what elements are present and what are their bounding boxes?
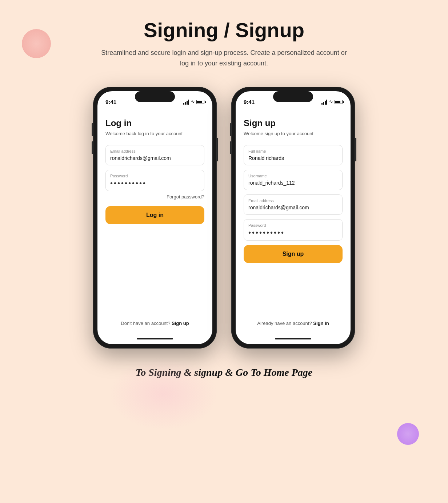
signup-password-label: Password [248, 223, 338, 228]
wifi-icon-login: ∿ [191, 99, 195, 104]
login-heading: Log in [105, 118, 204, 128]
signup-fullname-value: Ronald richards [248, 155, 284, 161]
battery-icon-login [196, 100, 204, 104]
signup-heading: Sign up [244, 118, 343, 128]
signup-fullname-label: Full name [248, 149, 338, 153]
status-icons-signup: ∿ [321, 100, 343, 105]
wifi-icon-signup: ∿ [329, 99, 333, 104]
login-button[interactable]: Log in [105, 206, 204, 224]
signup-email-field[interactable]: Email address ronaldrichards@gmail.com [244, 194, 343, 215]
signup-username-field[interactable]: Username ronald_richards_112 [244, 170, 343, 190]
signal-icon-login [183, 100, 189, 105]
signup-fullname-field[interactable]: Full name Ronald richards [244, 145, 343, 165]
signup-button[interactable]: Sign up [244, 245, 343, 263]
login-bottom-link: Don't have an account? Sign up [105, 321, 204, 326]
signal-icon-signup [321, 100, 328, 105]
status-icons-login: ∿ [183, 100, 205, 105]
status-time-signup: 9:41 [244, 99, 255, 105]
status-time-login: 9:41 [105, 99, 116, 105]
battery-icon-signup [335, 100, 343, 104]
login-screen: 9:41 ∿ Log in Welcome back log in to you… [97, 91, 212, 344]
bottom-caption: To Signing & signup & Go To Home Page [136, 367, 312, 378]
dynamic-island-signup [273, 91, 313, 102]
forgot-password-link[interactable]: Forgot password? [105, 194, 204, 200]
home-indicator-signup [236, 333, 351, 344]
signup-email-label: Email address [248, 198, 338, 203]
signup-password-field[interactable]: Password •••••••••• [244, 219, 343, 241]
page-title: Signing / Signup [144, 18, 304, 42]
login-phone: 9:41 ∿ Log in Welcome back log in to you… [93, 87, 217, 349]
login-password-label: Password [110, 174, 200, 178]
signup-content: Sign up Welcome sign up to your account … [236, 111, 351, 333]
phones-container: 9:41 ∿ Log in Welcome back log in to you… [93, 87, 355, 349]
decoration-blob-bottom-right [397, 423, 419, 445]
decoration-blob-top-left [22, 29, 51, 58]
login-password-field[interactable]: Password •••••••••• [105, 170, 204, 191]
dynamic-island-login [135, 91, 175, 102]
page-subtitle: Streamlined and secure login and sign-up… [100, 48, 348, 69]
signup-username-value: ronald_richards_112 [248, 180, 295, 186]
signup-subheading: Welcome sign up to your account [244, 130, 343, 137]
login-email-field[interactable]: Email address ronaldrichards@gmail.com [105, 145, 204, 165]
signup-link[interactable]: Sign up [172, 321, 189, 326]
signup-bottom-link: Already have an account? Sign in [244, 321, 343, 326]
signin-link[interactable]: Sign in [313, 321, 329, 326]
login-password-value: •••••••••• [110, 179, 147, 187]
login-content: Log in Welcome back log in to your accou… [97, 111, 212, 333]
signup-screen: 9:41 ∿ Sign up Welcome sign up to your a… [236, 91, 351, 344]
signup-email-value: ronaldrichards@gmail.com [248, 205, 309, 210]
signup-password-value: •••••••••• [248, 229, 285, 237]
home-indicator-login [97, 333, 212, 344]
signup-username-label: Username [248, 174, 338, 178]
login-subheading: Welcome back log in to your account [105, 130, 204, 137]
login-email-value: ronaldrichards@gmail.com [110, 155, 171, 161]
login-email-label: Email address [110, 149, 200, 153]
signup-phone: 9:41 ∿ Sign up Welcome sign up to your a… [231, 87, 355, 349]
